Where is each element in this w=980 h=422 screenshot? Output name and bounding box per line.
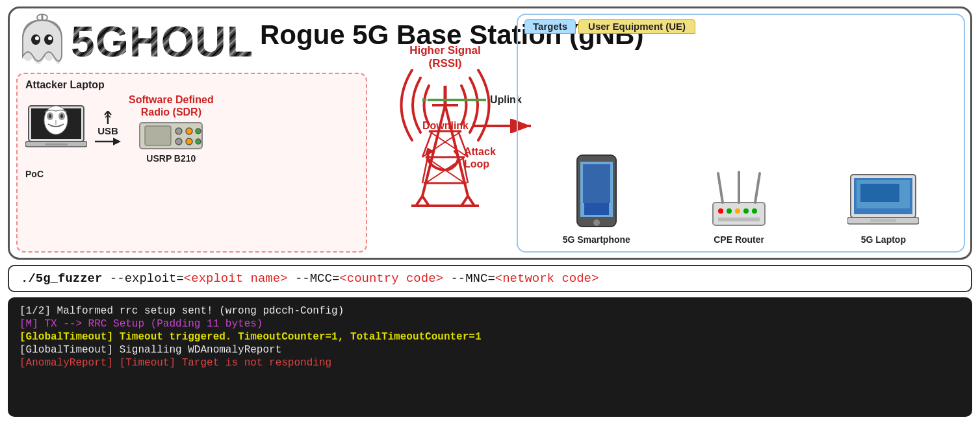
device-row: 5G Smartphone <box>524 39 957 247</box>
main-container: 5GHOUL Rogue 5G Base Station (gNB) Attac… <box>0 0 980 422</box>
svg-line-48 <box>416 196 422 206</box>
svg-line-64 <box>718 173 723 203</box>
attack-loop-row: Attack Loop <box>422 145 496 171</box>
laptop5g-icon <box>847 173 919 232</box>
poc-label: PoC <box>25 169 358 179</box>
cmd-prefix: ./5g_fuzzer <box>21 271 102 286</box>
usb-icon <box>103 111 113 125</box>
usrp-label: USRP B210 <box>146 153 196 164</box>
sdr-box: Software Defined Radio (SDR) <box>129 93 214 164</box>
term-line3: [GlobalTimeout] Timeout triggered. Timeo… <box>19 331 961 343</box>
attack-loop-icon <box>422 145 461 171</box>
svg-point-32 <box>196 139 201 144</box>
attack-loop-label: Attack Loop <box>464 145 496 170</box>
svg-point-30 <box>186 138 192 145</box>
svg-point-67 <box>718 208 723 214</box>
svg-point-60 <box>593 219 600 226</box>
term-line2: [M] TX --> RRC Setup (Padding 11 bytes) <box>19 318 961 330</box>
cmd-exploit-val: <exploit name> <box>184 271 288 286</box>
svg-rect-63 <box>713 203 765 225</box>
svg-point-71 <box>752 208 757 214</box>
diagram-area: 5GHOUL Rogue 5G Base Station (gNB) Attac… <box>8 6 972 260</box>
svg-line-50 <box>422 196 429 206</box>
svg-point-29 <box>186 128 192 134</box>
svg-line-49 <box>468 196 474 206</box>
term-line4: [GlobalTimeout] Signalling WDAnomalyRepo… <box>19 344 961 356</box>
tower-section: Higher Signal (RSSI) <box>374 8 517 258</box>
command-bar: ./5g_fuzzer --exploit=<exploit name> --M… <box>8 265 972 292</box>
laptop5g-label: 5G Laptop <box>861 234 906 245</box>
laptop-icon <box>25 105 87 153</box>
ghost-icon <box>16 14 68 69</box>
svg-rect-72 <box>718 217 760 221</box>
attacker-row: USB Software Defined Radio (SDR) <box>25 93 358 164</box>
svg-point-31 <box>196 129 201 134</box>
router-icon <box>706 167 771 232</box>
targets-section: Targets User Equipment (UE) 5G Smartphon… <box>517 14 965 253</box>
usrp-icon <box>138 119 203 152</box>
svg-point-28 <box>175 138 182 145</box>
uplink-arrow-icon <box>422 93 487 107</box>
svg-point-68 <box>727 208 732 214</box>
device-router: CPE Router <box>706 167 771 245</box>
svg-point-14 <box>60 114 63 118</box>
left-section: 5GHOUL Rogue 5G Base Station (gNB) Attac… <box>10 8 374 258</box>
svg-point-27 <box>175 128 182 134</box>
targets-header: Targets User Equipment (UE) <box>524 19 957 34</box>
cmd-mcc-flag: --MCC= <box>295 271 339 286</box>
usb-arrow: USB <box>95 111 121 147</box>
attacker-box: Attacker Laptop <box>16 73 367 253</box>
svg-rect-62 <box>584 203 609 215</box>
svg-line-66 <box>755 173 760 203</box>
header-row: 5GHOUL Rogue 5G Base Station (gNB) <box>16 14 367 69</box>
device-smartphone: 5G Smartphone <box>563 154 630 245</box>
svg-point-70 <box>743 208 749 214</box>
svg-rect-61 <box>583 164 610 203</box>
ue-tab: User Equipment (UE) <box>578 19 695 34</box>
term-line1: [1/2] Malformed rrc setup sent! (wrong p… <box>19 305 961 317</box>
cmd-exploit-flag: --exploit= <box>110 271 184 286</box>
svg-marker-57 <box>422 146 434 156</box>
device-laptop: 5G Laptop <box>847 173 919 245</box>
downlink-label: Downlink <box>422 120 469 132</box>
sdr-label: Software Defined Radio (SDR) <box>129 93 214 118</box>
logo-text: 5GHOUL <box>71 20 253 63</box>
terminal: [1/2] Malformed rrc setup sent! (wrong p… <box>8 297 972 417</box>
svg-line-51 <box>461 196 468 206</box>
smartphone-label: 5G Smartphone <box>563 234 630 245</box>
attacker-label: Attacker Laptop <box>25 79 358 91</box>
svg-rect-17 <box>45 143 68 145</box>
svg-point-7 <box>48 36 52 40</box>
svg-marker-24 <box>113 138 121 145</box>
cmd-mnc-val: <network code> <box>495 271 599 286</box>
smartphone-icon <box>574 154 619 232</box>
usb-label: USB <box>97 125 118 136</box>
svg-point-6 <box>35 36 39 40</box>
term-line5: [AnomalyReport] [Timeout] Target is not … <box>19 357 961 369</box>
cmd-mcc-val: <country code> <box>339 271 443 286</box>
uplink-label-row: Uplink <box>422 93 522 107</box>
svg-point-13 <box>49 114 51 118</box>
svg-point-69 <box>735 208 740 214</box>
cmd-mnc-flag: --MNC= <box>450 271 495 286</box>
targets-tab: Targets <box>524 19 576 34</box>
svg-rect-76 <box>860 184 899 202</box>
router-label: CPE Router <box>714 234 764 245</box>
svg-rect-78 <box>870 219 896 222</box>
right-arrow-icon <box>95 136 121 147</box>
svg-rect-26 <box>145 126 171 145</box>
